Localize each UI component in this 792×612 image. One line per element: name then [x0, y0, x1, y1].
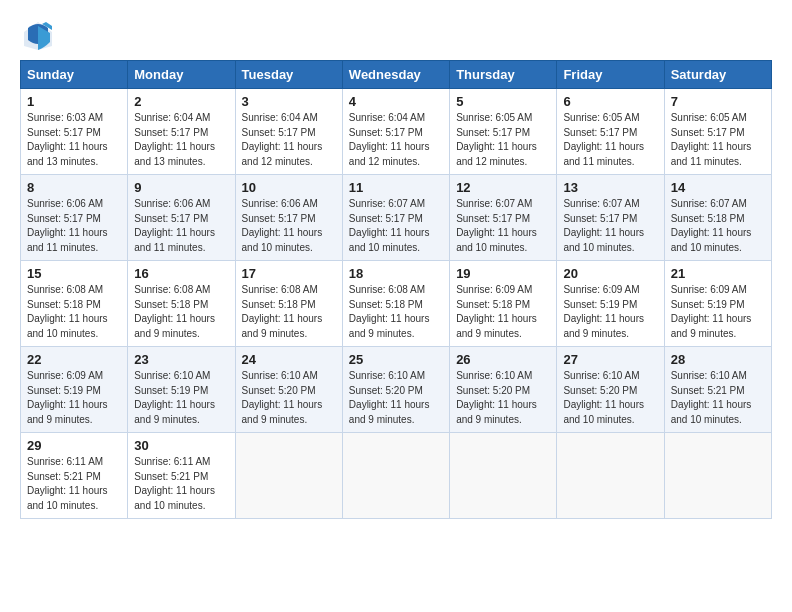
weekday-header-row: SundayMondayTuesdayWednesdayThursdayFrid… [21, 61, 772, 89]
day-info: Sunrise: 6:05 AM Sunset: 5:17 PM Dayligh… [671, 111, 765, 169]
day-info: Sunrise: 6:03 AM Sunset: 5:17 PM Dayligh… [27, 111, 121, 169]
day-number: 28 [671, 352, 765, 367]
day-number: 6 [563, 94, 657, 109]
day-info: Sunrise: 6:11 AM Sunset: 5:21 PM Dayligh… [134, 455, 228, 513]
day-info: Sunrise: 6:05 AM Sunset: 5:17 PM Dayligh… [456, 111, 550, 169]
day-cell: 11Sunrise: 6:07 AM Sunset: 5:17 PM Dayli… [342, 175, 449, 261]
day-cell: 13Sunrise: 6:07 AM Sunset: 5:17 PM Dayli… [557, 175, 664, 261]
day-number: 1 [27, 94, 121, 109]
day-info: Sunrise: 6:07 AM Sunset: 5:17 PM Dayligh… [563, 197, 657, 255]
day-cell: 29Sunrise: 6:11 AM Sunset: 5:21 PM Dayli… [21, 433, 128, 519]
day-number: 24 [242, 352, 336, 367]
day-info: Sunrise: 6:08 AM Sunset: 5:18 PM Dayligh… [349, 283, 443, 341]
day-number: 14 [671, 180, 765, 195]
day-cell: 19Sunrise: 6:09 AM Sunset: 5:18 PM Dayli… [450, 261, 557, 347]
day-number: 7 [671, 94, 765, 109]
calendar-table: SundayMondayTuesdayWednesdayThursdayFrid… [20, 60, 772, 519]
day-info: Sunrise: 6:08 AM Sunset: 5:18 PM Dayligh… [242, 283, 336, 341]
week-row-5: 29Sunrise: 6:11 AM Sunset: 5:21 PM Dayli… [21, 433, 772, 519]
day-cell: 10Sunrise: 6:06 AM Sunset: 5:17 PM Dayli… [235, 175, 342, 261]
day-number: 3 [242, 94, 336, 109]
day-number: 29 [27, 438, 121, 453]
day-info: Sunrise: 6:04 AM Sunset: 5:17 PM Dayligh… [134, 111, 228, 169]
day-number: 2 [134, 94, 228, 109]
day-cell: 22Sunrise: 6:09 AM Sunset: 5:19 PM Dayli… [21, 347, 128, 433]
day-cell: 15Sunrise: 6:08 AM Sunset: 5:18 PM Dayli… [21, 261, 128, 347]
week-row-1: 1Sunrise: 6:03 AM Sunset: 5:17 PM Daylig… [21, 89, 772, 175]
day-cell: 14Sunrise: 6:07 AM Sunset: 5:18 PM Dayli… [664, 175, 771, 261]
day-number: 9 [134, 180, 228, 195]
weekday-header-thursday: Thursday [450, 61, 557, 89]
day-cell: 25Sunrise: 6:10 AM Sunset: 5:20 PM Dayli… [342, 347, 449, 433]
day-number: 10 [242, 180, 336, 195]
week-row-3: 15Sunrise: 6:08 AM Sunset: 5:18 PM Dayli… [21, 261, 772, 347]
day-number: 4 [349, 94, 443, 109]
day-cell: 28Sunrise: 6:10 AM Sunset: 5:21 PM Dayli… [664, 347, 771, 433]
day-cell [342, 433, 449, 519]
day-cell: 3Sunrise: 6:04 AM Sunset: 5:17 PM Daylig… [235, 89, 342, 175]
day-info: Sunrise: 6:06 AM Sunset: 5:17 PM Dayligh… [27, 197, 121, 255]
day-number: 18 [349, 266, 443, 281]
day-number: 5 [456, 94, 550, 109]
day-number: 15 [27, 266, 121, 281]
weekday-header-friday: Friday [557, 61, 664, 89]
day-cell: 5Sunrise: 6:05 AM Sunset: 5:17 PM Daylig… [450, 89, 557, 175]
day-cell: 12Sunrise: 6:07 AM Sunset: 5:17 PM Dayli… [450, 175, 557, 261]
day-info: Sunrise: 6:07 AM Sunset: 5:18 PM Dayligh… [671, 197, 765, 255]
day-number: 8 [27, 180, 121, 195]
weekday-header-monday: Monday [128, 61, 235, 89]
day-cell: 4Sunrise: 6:04 AM Sunset: 5:17 PM Daylig… [342, 89, 449, 175]
day-number: 23 [134, 352, 228, 367]
day-cell: 2Sunrise: 6:04 AM Sunset: 5:17 PM Daylig… [128, 89, 235, 175]
week-row-2: 8Sunrise: 6:06 AM Sunset: 5:17 PM Daylig… [21, 175, 772, 261]
day-cell: 27Sunrise: 6:10 AM Sunset: 5:20 PM Dayli… [557, 347, 664, 433]
day-info: Sunrise: 6:09 AM Sunset: 5:19 PM Dayligh… [563, 283, 657, 341]
day-cell: 20Sunrise: 6:09 AM Sunset: 5:19 PM Dayli… [557, 261, 664, 347]
weekday-header-saturday: Saturday [664, 61, 771, 89]
day-info: Sunrise: 6:10 AM Sunset: 5:20 PM Dayligh… [563, 369, 657, 427]
day-info: Sunrise: 6:10 AM Sunset: 5:19 PM Dayligh… [134, 369, 228, 427]
weekday-header-sunday: Sunday [21, 61, 128, 89]
day-info: Sunrise: 6:05 AM Sunset: 5:17 PM Dayligh… [563, 111, 657, 169]
day-info: Sunrise: 6:09 AM Sunset: 5:19 PM Dayligh… [27, 369, 121, 427]
day-cell: 21Sunrise: 6:09 AM Sunset: 5:19 PM Dayli… [664, 261, 771, 347]
day-number: 16 [134, 266, 228, 281]
day-number: 22 [27, 352, 121, 367]
weekday-header-wednesday: Wednesday [342, 61, 449, 89]
day-info: Sunrise: 6:10 AM Sunset: 5:21 PM Dayligh… [671, 369, 765, 427]
day-cell: 30Sunrise: 6:11 AM Sunset: 5:21 PM Dayli… [128, 433, 235, 519]
day-info: Sunrise: 6:07 AM Sunset: 5:17 PM Dayligh… [456, 197, 550, 255]
day-info: Sunrise: 6:11 AM Sunset: 5:21 PM Dayligh… [27, 455, 121, 513]
day-info: Sunrise: 6:07 AM Sunset: 5:17 PM Dayligh… [349, 197, 443, 255]
day-info: Sunrise: 6:10 AM Sunset: 5:20 PM Dayligh… [242, 369, 336, 427]
day-cell: 23Sunrise: 6:10 AM Sunset: 5:19 PM Dayli… [128, 347, 235, 433]
day-cell [235, 433, 342, 519]
day-number: 13 [563, 180, 657, 195]
day-info: Sunrise: 6:04 AM Sunset: 5:17 PM Dayligh… [349, 111, 443, 169]
calendar-page: SundayMondayTuesdayWednesdayThursdayFrid… [0, 0, 792, 612]
day-cell: 18Sunrise: 6:08 AM Sunset: 5:18 PM Dayli… [342, 261, 449, 347]
day-number: 21 [671, 266, 765, 281]
day-number: 26 [456, 352, 550, 367]
day-number: 20 [563, 266, 657, 281]
day-cell: 16Sunrise: 6:08 AM Sunset: 5:18 PM Dayli… [128, 261, 235, 347]
logo-area [20, 18, 62, 54]
day-cell: 24Sunrise: 6:10 AM Sunset: 5:20 PM Dayli… [235, 347, 342, 433]
day-cell: 26Sunrise: 6:10 AM Sunset: 5:20 PM Dayli… [450, 347, 557, 433]
day-cell: 8Sunrise: 6:06 AM Sunset: 5:17 PM Daylig… [21, 175, 128, 261]
day-cell: 7Sunrise: 6:05 AM Sunset: 5:17 PM Daylig… [664, 89, 771, 175]
day-cell: 9Sunrise: 6:06 AM Sunset: 5:17 PM Daylig… [128, 175, 235, 261]
day-cell [664, 433, 771, 519]
day-cell [557, 433, 664, 519]
header [20, 18, 772, 54]
week-row-4: 22Sunrise: 6:09 AM Sunset: 5:19 PM Dayli… [21, 347, 772, 433]
day-cell: 6Sunrise: 6:05 AM Sunset: 5:17 PM Daylig… [557, 89, 664, 175]
day-number: 27 [563, 352, 657, 367]
day-cell: 1Sunrise: 6:03 AM Sunset: 5:17 PM Daylig… [21, 89, 128, 175]
logo-icon [20, 18, 56, 54]
day-cell: 17Sunrise: 6:08 AM Sunset: 5:18 PM Dayli… [235, 261, 342, 347]
day-info: Sunrise: 6:06 AM Sunset: 5:17 PM Dayligh… [134, 197, 228, 255]
day-number: 25 [349, 352, 443, 367]
day-info: Sunrise: 6:09 AM Sunset: 5:19 PM Dayligh… [671, 283, 765, 341]
day-number: 19 [456, 266, 550, 281]
